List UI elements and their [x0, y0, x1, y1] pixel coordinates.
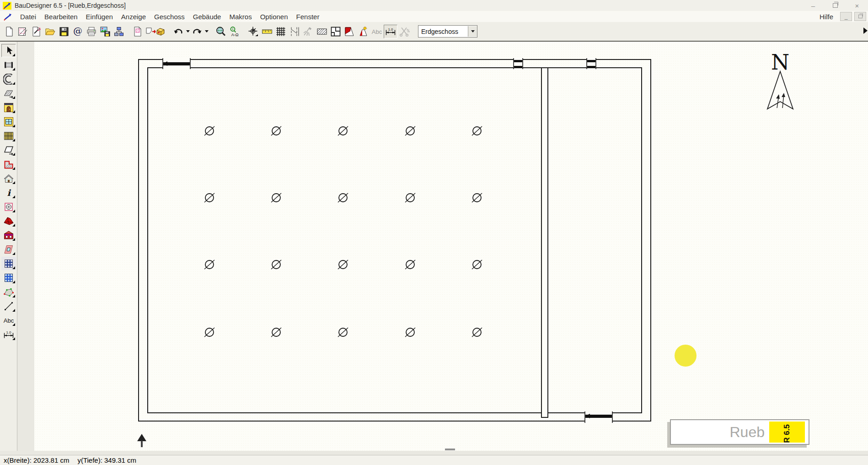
hatch-fill-icon[interactable] [315, 25, 329, 38]
open-folder-icon[interactable] [43, 25, 57, 38]
tool-palette: iAbc1.0 [0, 42, 17, 451]
version-badge-text: ER 6.5 [782, 424, 792, 443]
menu-gebude[interactable]: Gebäude [189, 12, 225, 22]
text-tool[interactable]: Abc [1, 314, 16, 327]
grid-icon[interactable] [274, 25, 288, 38]
version-badge: ER 6.5 [769, 422, 805, 443]
roof-sun-icon[interactable] [356, 25, 370, 38]
curved-wall-tool[interactable] [1, 72, 16, 86]
baudesigner-window: BauDesigner 6.5 - [Rueb,Erdgeschoss] – ×… [0, 0, 868, 465]
floor-select[interactable]: Erdgeschoss [418, 25, 477, 38]
svg-text:Abc: Abc [3, 317, 14, 324]
select-tool[interactable] [1, 44, 16, 57]
column-tool[interactable] [1, 200, 16, 213]
redo-dropdown-icon[interactable] [204, 25, 209, 38]
text-label-icon: Abc [370, 25, 384, 38]
stairs-tool[interactable] [1, 129, 16, 142]
rocket-icon [3, 13, 12, 21]
menu-einfgen[interactable]: Einfügen [82, 12, 117, 22]
main-toolbar: @A-ΩAbc1.0 Erdgeschoss [0, 22, 868, 41]
open-drawing-icon[interactable] [16, 25, 30, 38]
floor-select-value: Erdgeschoss [418, 28, 468, 35]
window-controls: – × [802, 0, 868, 11]
svg-text:@: @ [73, 26, 82, 37]
menu-anzeige[interactable]: Anzeige [117, 12, 150, 22]
title-bar: BauDesigner 6.5 - [Rueb,Erdgeschoss] – × [0, 0, 868, 11]
zoom-icon[interactable] [214, 25, 228, 38]
project-name: Rueb [730, 424, 765, 441]
floorplan-view-icon[interactable] [329, 25, 343, 38]
toolbar-group [171, 25, 209, 38]
new-document-icon[interactable] [2, 25, 16, 38]
mdi-restore-icon[interactable] [854, 12, 866, 21]
wall-tool[interactable] [1, 58, 16, 71]
dimensioning-icon[interactable]: 1.0 [384, 25, 397, 38]
menu-geschoss[interactable]: Geschoss [150, 12, 189, 22]
toolbar-group: @ [2, 25, 126, 38]
wall-polygon-tool[interactable] [1, 87, 16, 100]
menu-bearbeiten[interactable]: Bearbeiten [40, 12, 82, 22]
svg-text:1.0: 1.0 [6, 330, 11, 334]
door-tool[interactable] [1, 101, 16, 114]
project-label-box: Rueb ER 6.5 [670, 419, 809, 445]
svg-text:Abc: Abc [372, 28, 382, 35]
menubar-right: Hilfe _ [815, 11, 866, 22]
toolbar-group [131, 25, 166, 38]
app-logo-icon [3, 2, 11, 10]
window-title: BauDesigner 6.5 - [Rueb,Erdgeschoss] [15, 2, 126, 9]
export-3d-view-icon[interactable] [145, 25, 166, 38]
origin-compass-icon[interactable] [246, 25, 260, 38]
measure-ruler-icon[interactable] [260, 25, 274, 38]
page-hatch-icon[interactable] [131, 25, 145, 38]
close-icon[interactable]: × [846, 0, 868, 11]
menu-makros[interactable]: Makros [225, 12, 256, 22]
print-icon[interactable] [85, 25, 98, 38]
room-tool[interactable] [1, 157, 16, 171]
restore-icon[interactable] [824, 0, 846, 11]
svg-text:i: i [7, 188, 11, 198]
ceiling-slab-tool[interactable] [1, 143, 16, 157]
house-3d-tool[interactable] [1, 172, 16, 185]
curtain-wall-tool[interactable] [1, 257, 16, 270]
undo-dropdown-icon[interactable] [185, 25, 190, 38]
info-tool[interactable]: i [1, 186, 16, 199]
search-text-icon[interactable]: A-Ω [228, 25, 241, 38]
new-project-wizard-icon[interactable] [30, 25, 43, 38]
redo-icon[interactable] [190, 25, 204, 38]
chevron-right-icon[interactable] [863, 27, 868, 34]
menu-fenster[interactable]: Fenster [292, 12, 324, 22]
project-structure-icon[interactable] [112, 25, 126, 38]
scroll-nub[interactable] [445, 449, 455, 450]
sweep-icon [301, 25, 315, 38]
menu-bar: DateiBearbeitenEinfügenAnzeigeGeschossGe… [0, 11, 868, 22]
send-email-icon[interactable]: @ [71, 25, 85, 38]
status-bar: x(Breite): 2023.81 cm y(Tiefe): 349.31 c… [0, 455, 868, 465]
dormer-tool[interactable] [1, 228, 16, 242]
status-y-readout: y(Tiefe): 349.31 cm [77, 456, 136, 464]
line-tool[interactable] [1, 299, 16, 313]
terrain-tool[interactable] [1, 285, 16, 298]
save-image-icon[interactable] [98, 25, 112, 38]
window-tool[interactable] [1, 115, 16, 128]
glass-grid-tool[interactable] [1, 271, 16, 284]
menu-hilfe[interactable]: Hilfe [815, 12, 838, 22]
toolbar-group: A-Ω [214, 25, 241, 38]
toolbar-groups: @A-ΩAbc1.0 [2, 25, 416, 38]
roof-tool[interactable] [1, 214, 16, 227]
mdi-minimize-icon[interactable]: _ [840, 12, 852, 21]
status-x-readout: x(Breite): 2023.81 cm [4, 456, 69, 464]
undo-icon[interactable] [171, 25, 185, 38]
drawing-canvas[interactable] [34, 42, 868, 451]
menu-datei[interactable]: Datei [16, 12, 40, 22]
chevron-down-icon[interactable] [468, 26, 477, 37]
skylight-tool[interactable] [1, 243, 16, 256]
menu-optionen[interactable]: Optionen [256, 12, 292, 22]
save-icon[interactable] [57, 25, 71, 38]
guidelines-icon[interactable] [288, 25, 301, 38]
svg-text:1.0: 1.0 [388, 27, 393, 31]
dimension-tool[interactable]: 1.0 [1, 328, 16, 341]
roof-view-icon[interactable] [343, 25, 356, 38]
menu-items: DateiBearbeitenEinfügenAnzeigeGeschossGe… [16, 12, 323, 22]
cut-percent-icon [397, 25, 411, 38]
minimize-icon[interactable]: – [802, 0, 824, 11]
